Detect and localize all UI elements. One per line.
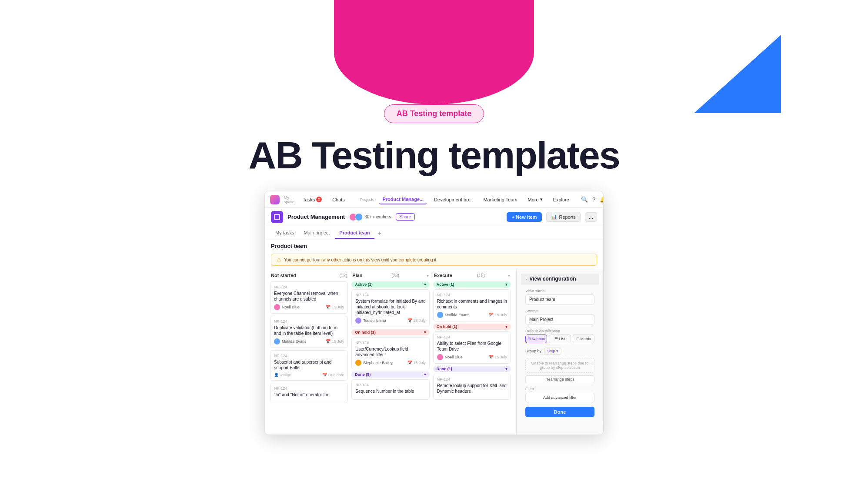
task-title: Remote lookup support for XML and Dynami… [437, 383, 507, 394]
task-assignee: Tsutsu Ichiha [363, 318, 386, 323]
members-count: 30+ members [364, 214, 391, 219]
task-date: 📅 15 July [326, 305, 344, 309]
status-badge-on-hold-execute[interactable]: On hold (1) ▾ [433, 324, 511, 330]
done-button[interactable]: Done [525, 407, 594, 417]
group-by-label: Group by [525, 349, 541, 353]
task-title: System formulae for Initiated By and Ini… [355, 298, 425, 315]
reports-button[interactable]: 📊 Reports [546, 212, 581, 222]
task-card[interactable]: NP-124 Subscript and superscript and sup… [270, 350, 348, 381]
group-by-select[interactable]: Step ▾ [544, 348, 561, 355]
help-icon[interactable]: ? [592, 195, 595, 204]
filter-label: Filter [525, 387, 594, 391]
column-count-not-started: (12) [340, 273, 347, 278]
nav-development[interactable]: Development bo... [431, 195, 476, 204]
column-title-execute: Execute [434, 273, 452, 278]
status-badge-done[interactable]: Done (5) ▾ [351, 371, 429, 378]
notification-icon[interactable]: 🔔 [600, 195, 604, 204]
task-card[interactable]: NP-124 Sequence Number in the table [351, 379, 429, 400]
panel-toggle-btn[interactable]: › [525, 277, 527, 281]
kanban-area: Not started (12) NP-124 Everyone Channel… [265, 269, 516, 435]
task-title: Ability to select Files from Google Team… [437, 341, 507, 352]
task-date: 📅 15 July [407, 318, 426, 323]
task-card[interactable]: NP-124 Duplicate validation(both on form… [270, 316, 348, 348]
task-card[interactable]: NP-124 System formulae for Initiated By … [351, 289, 429, 327]
new-item-button[interactable]: + New item [507, 212, 542, 222]
search-icon[interactable]: 🔍 [581, 195, 588, 204]
task-date: 📅 15 July [326, 339, 344, 344]
task-avatar [437, 312, 443, 318]
project-icon [271, 211, 283, 223]
task-title: Subscript and superscript and support Bu… [274, 359, 344, 371]
task-id: NP-124 [437, 335, 507, 339]
task-card[interactable]: NP-124 User/Currency/Lookup field advanc… [351, 337, 429, 369]
nav-explore[interactable]: Explore [550, 195, 572, 204]
task-card[interactable]: NP-124 Richtext in comments and Images i… [433, 289, 511, 321]
task-title: Sequence Number in the table [355, 388, 425, 394]
status-badge-active[interactable]: Active (1) ▾ [351, 281, 429, 288]
default-viz-field: Default visualization ⊞ Kanban ☰ List [525, 329, 594, 343]
task-card[interactable]: NP-124 Remote lookup support for XML and… [433, 374, 511, 400]
nav-more[interactable]: More ▾ [525, 195, 546, 204]
page-title-row: Product team [265, 240, 603, 250]
column-title-plan: Plan [352, 273, 362, 278]
task-date: 📅 Due date [322, 373, 344, 377]
status-badge-on-hold[interactable]: On hold (1) ▾ [351, 329, 429, 335]
task-assignee: Noell Blue [445, 355, 463, 359]
source-input[interactable]: Main Project [525, 314, 594, 324]
task-card[interactable]: NP-124 "In" and "Not in" operator for [270, 383, 348, 403]
rearrange-steps-button[interactable]: Rearrange steps [525, 375, 594, 383]
task-avatar [355, 360, 361, 366]
column-collapse-plan[interactable]: ▾ [427, 273, 429, 278]
viz-option-list[interactable]: ☰ List [549, 334, 571, 343]
viz-options: ⊞ Kanban ☰ List ⊟ Matrix [525, 334, 594, 343]
share-button[interactable]: Share [396, 213, 415, 221]
status-badge-done-execute[interactable]: Done (1) ▾ [433, 366, 511, 372]
task-date: 📅 15 July [489, 355, 507, 359]
status-badge-active-execute[interactable]: Active (1) ▾ [433, 281, 511, 288]
viz-option-matrix[interactable]: ⊟ Matrix [573, 334, 594, 343]
nav-tasks[interactable]: Tasks 5 [300, 195, 325, 204]
task-date: 📅 15 July [489, 313, 507, 317]
column-title-not-started: Not started [271, 273, 296, 278]
source-label: Source [525, 309, 594, 313]
view-name-label: View name [525, 289, 594, 293]
rearrange-hint: Unable to rearrange steps due to group b… [525, 358, 594, 373]
column-header-execute: Execute (15) ▾ [433, 271, 511, 280]
panel-title: View configuration [529, 276, 576, 282]
nav-chats[interactable]: Chats [329, 195, 348, 204]
group-by-row: Group by Step ▾ [525, 348, 594, 355]
view-config-panel: › View configuration View name Product t… [516, 269, 603, 435]
my-space-label: My space [284, 195, 294, 204]
viz-option-kanban[interactable]: ⊞ Kanban [525, 334, 547, 343]
default-viz-label: Default visualization [525, 329, 594, 333]
task-id: NP-124 [437, 293, 507, 297]
source-field: Source Main Project [525, 309, 594, 324]
task-id: NP-124 [274, 354, 344, 358]
tasks-badge: 5 [316, 197, 322, 202]
tab-main-project[interactable]: Main project [299, 227, 334, 239]
task-title: User/Currency/Lookup field advanced filt… [355, 346, 425, 358]
warning-text: You cannot perform any other actions on … [284, 258, 436, 262]
kanban-page-title: Product team [271, 243, 307, 249]
column-collapse-execute[interactable]: ▾ [508, 273, 510, 278]
nav-product-manage[interactable]: Product Manage... [379, 195, 427, 204]
task-id: NP-124 [437, 377, 507, 381]
view-tabs: My tasks Main project Product team + [265, 226, 603, 240]
task-title: "In" and "Not in" operator for [274, 392, 344, 398]
app-screenshot: My space Tasks 5 Chats Projects Product … [264, 191, 604, 435]
task-avatar [355, 318, 361, 324]
add-view-button[interactable]: + [375, 230, 384, 237]
warning-banner: ⚠ You cannot perform any other actions o… [271, 254, 597, 266]
task-id: NP-124 [355, 293, 425, 297]
nav-marketing[interactable]: Marketing Team [480, 195, 520, 204]
view-name-input[interactable]: Product team [525, 294, 594, 304]
more-options-button[interactable]: ... [585, 212, 597, 222]
task-card[interactable]: NP-124 Everyone Channel removal when cha… [270, 281, 348, 314]
tab-my-tasks[interactable]: My tasks [271, 227, 298, 239]
task-card[interactable]: NP-124 Ability to select Files from Goog… [433, 331, 511, 364]
column-count-plan: (23) [391, 273, 399, 278]
warning-icon: ⚠ [277, 257, 281, 263]
member-avatar-2 [355, 213, 363, 221]
add-filter-button[interactable]: Add advanced filter [525, 393, 594, 402]
tab-product-team[interactable]: Product team [335, 227, 374, 239]
